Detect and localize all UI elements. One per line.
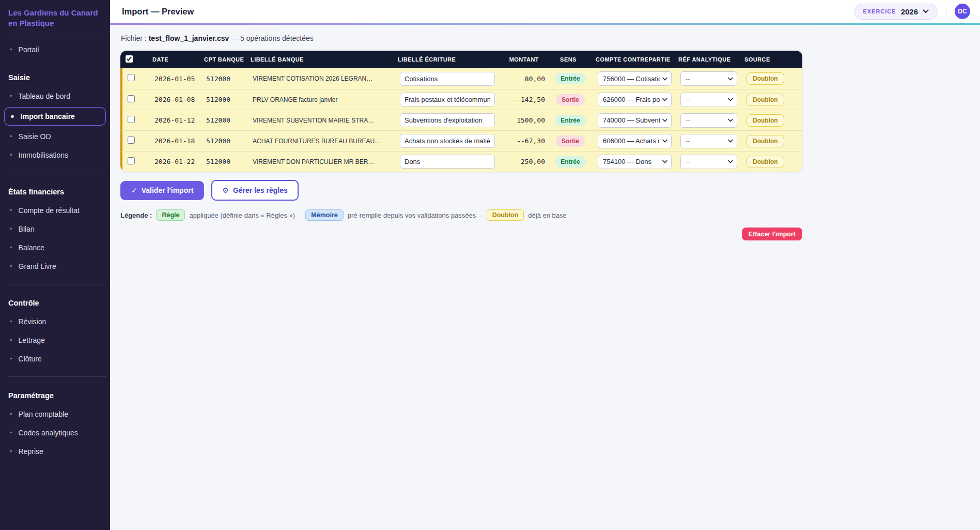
compte-contrepartie-select[interactable]: 626000 — Frais postaux et télécommunicat… <box>598 93 672 107</box>
section-title: Paramétrage <box>0 386 110 405</box>
row-checkbox[interactable] <box>128 116 135 123</box>
sens-badge: Sortie <box>556 135 585 147</box>
sidebar-item-label: Immobilisations <box>19 151 68 159</box>
sidebar-item-saisie-od[interactable]: • Saisie OD <box>0 127 110 146</box>
sidebar-section-saisie: Saisie • Tableau de bord ● Import bancai… <box>0 68 110 164</box>
sidebar-item-immobilisations[interactable]: • Immobilisations <box>0 146 110 164</box>
manage-rules-label: Gérer les règles <box>233 186 288 194</box>
legend-separator: · <box>299 211 301 219</box>
sidebar-item-label: Compte de résultat <box>19 206 80 215</box>
row-montant: 1500,00 <box>499 116 550 124</box>
sidebar-item-label: Tableau de bord <box>19 92 70 100</box>
source-doublon-badge[interactable]: Doublon <box>746 114 784 127</box>
sidebar-item-compte-de-resultat[interactable]: • Compte de résultat <box>0 201 110 220</box>
source-doublon-badge[interactable]: Doublon <box>746 135 784 147</box>
sens-badge: Entrée <box>555 115 585 126</box>
row-cpt-banque: 512000 <box>199 96 245 103</box>
compte-contrepartie-select[interactable]: 606000 — Achats non stockés <box>598 134 672 148</box>
libelle-ecriture-input[interactable] <box>400 113 495 127</box>
libelle-ecriture-input[interactable] <box>400 93 495 107</box>
legend-regle-badge: Règle <box>156 209 185 221</box>
sidebar-item-grand-livre[interactable]: • Grand Livre <box>0 257 110 276</box>
libelle-ecriture-input[interactable] <box>400 134 495 148</box>
ref-analytique-select[interactable]: -- <box>680 93 737 107</box>
sidebar-item-bilan[interactable]: • Bilan <box>0 220 110 238</box>
table-row: 2026-01-12 512000 VIREMENT SUBVENTION MA… <box>120 110 802 130</box>
row-checkbox[interactable] <box>128 157 135 164</box>
bullet-icon: • <box>10 429 12 436</box>
row-libelle-banque: VIREMENT DON PARTICULIER MR BER… <box>245 158 393 165</box>
sidebar-divider <box>8 173 106 173</box>
sidebar-item-lettrage[interactable]: • Lettrage <box>0 331 110 350</box>
row-checkbox[interactable] <box>128 74 135 81</box>
col-header-date: DATE <box>145 56 197 63</box>
row-date: 2026-01-18 <box>147 137 199 145</box>
sens-badge: Sortie <box>556 94 585 105</box>
topbar: Import — Preview EXERCICE 2026 DC <box>110 0 980 23</box>
row-montant: 80,00 <box>499 75 550 83</box>
legend-separator: · <box>480 211 482 219</box>
col-header-cpt-banque: CPT BANQUE <box>197 56 243 63</box>
col-header-source: SOURCE <box>737 56 802 63</box>
sidebar-item-plan-comptable[interactable]: • Plan comptable <box>0 405 110 423</box>
ref-analytique-select[interactable]: -- <box>680 113 737 128</box>
sidebar-divider <box>8 38 106 38</box>
col-header-ref-analytique: RÉF ANALYTIQUE <box>671 56 737 63</box>
libelle-ecriture-input[interactable] <box>400 155 495 169</box>
compte-contrepartie-select[interactable]: 754100 — Dons <box>598 155 672 169</box>
compte-contrepartie-select[interactable]: 740000 — Subventions d'exploitation <box>598 113 672 128</box>
legend: Légende : Règle appliquée (définie dans … <box>120 209 980 221</box>
source-doublon-badge[interactable]: Doublon <box>746 156 784 168</box>
sidebar-item-portail[interactable]: • Portail <box>0 40 110 59</box>
sidebar-section-controle: Contrôle • Révision • Lettrage • Clôture <box>0 294 110 368</box>
row-cpt-banque: 512000 <box>199 137 245 145</box>
check-icon: ✓ <box>131 186 137 194</box>
section-title: États financiers <box>0 183 110 201</box>
header-checkbox-cell <box>120 55 145 64</box>
ref-analytique-select[interactable]: -- <box>680 134 737 148</box>
sidebar-section-parametrage: Paramétrage • Plan comptable • Codes ana… <box>0 386 110 461</box>
row-checkbox[interactable] <box>128 95 135 102</box>
section-title: Contrôle <box>0 294 110 312</box>
sidebar-item-balance[interactable]: • Balance <box>0 238 110 257</box>
clear-import-button[interactable]: Effacer l'import <box>742 228 802 240</box>
col-header-sens: SENS <box>548 56 588 63</box>
avatar[interactable]: DC <box>955 4 970 19</box>
ref-analytique-select[interactable]: -- <box>680 155 737 169</box>
table-row: 2026-01-18 512000 ACHAT FOURNITURES BURE… <box>120 130 802 151</box>
exercice-selector[interactable]: EXERCICE 2026 <box>854 4 938 20</box>
validate-import-button[interactable]: ✓ Valider l'import <box>120 181 204 200</box>
sidebar-item-codes-analytiques[interactable]: • Codes analytiques <box>0 423 110 442</box>
row-date: 2026-01-08 <box>147 96 199 103</box>
sidebar-item-label: Portail <box>19 46 39 54</box>
libelle-ecriture-input[interactable] <box>400 72 495 86</box>
select-all-checkbox[interactable] <box>126 55 133 63</box>
sidebar-item-reprise[interactable]: • Reprise <box>0 442 110 461</box>
sidebar-item-tableau-de-bord[interactable]: • Tableau de bord <box>0 87 110 105</box>
row-date: 2026-01-22 <box>147 158 199 165</box>
source-doublon-badge[interactable]: Doublon <box>746 72 784 85</box>
col-header-libelle-ecriture: LIBELLÉ ÉCRITURE <box>391 56 496 63</box>
legend-regle-text: appliquée (définie dans « Règles ») <box>189 211 295 219</box>
bullet-icon: • <box>10 225 12 232</box>
bullet-icon: • <box>10 133 12 140</box>
ref-analytique-select[interactable]: -- <box>680 71 737 86</box>
file-suffix: — 5 opérations détectées <box>231 34 314 42</box>
sidebar-item-import-bancaire[interactable]: ● Import bancaire <box>4 107 106 126</box>
sidebar-item-label: Clôture <box>19 355 42 363</box>
sidebar-item-cloture[interactable]: • Clôture <box>0 350 110 368</box>
compte-contrepartie-select[interactable]: 756000 — Cotisations <box>598 71 672 86</box>
file-name: test_flow_1_janvier.csv <box>149 34 229 42</box>
row-checkbox[interactable] <box>128 137 135 144</box>
source-doublon-badge[interactable]: Doublon <box>746 94 784 106</box>
row-date: 2026-01-12 <box>147 116 199 124</box>
bullet-icon: • <box>10 448 12 455</box>
row-cpt-banque: 512000 <box>199 158 245 165</box>
chevron-down-icon <box>662 139 667 143</box>
chevron-down-icon <box>728 139 733 143</box>
sidebar-item-label: Révision <box>19 317 46 326</box>
row-montant: 250,00 <box>499 158 550 165</box>
sidebar-item-revision[interactable]: • Révision <box>0 312 110 331</box>
manage-rules-button[interactable]: ⚙ Gérer les règles <box>211 180 298 201</box>
legend-doublon-badge: Doublon <box>487 209 524 221</box>
